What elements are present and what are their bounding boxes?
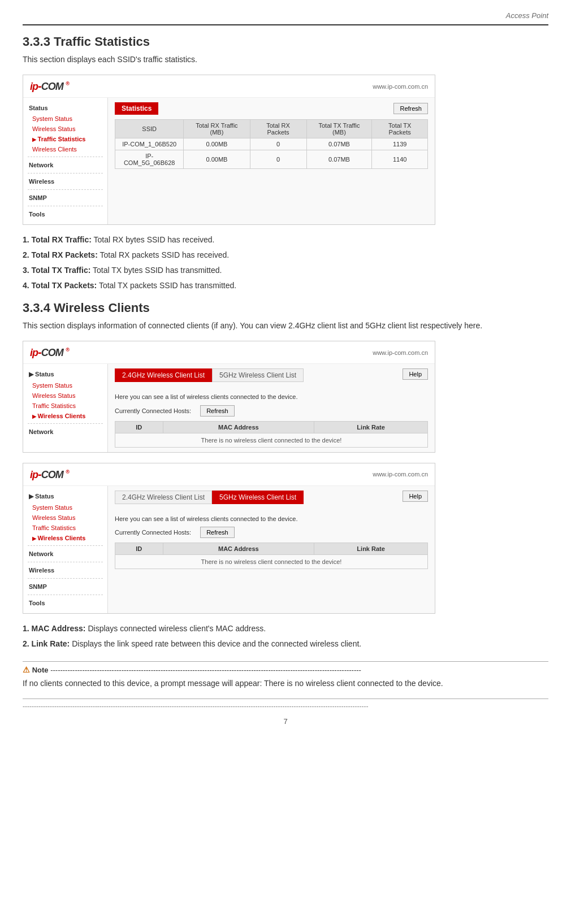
sc3-tab-24ghz[interactable]: 2.4GHz Wireless Client List	[115, 491, 212, 504]
sc2-menu-wireless-clients[interactable]: Wireless Clients	[23, 411, 107, 421]
sc3-tab-bar: 2.4GHz Wireless Client List 5GHz Wireles…	[115, 491, 304, 504]
sc3-body: ▶ Status System Status Wireless Status T…	[23, 486, 435, 613]
sc1-body: Status System Status Wireless Status Tra…	[23, 98, 435, 224]
sc1-logo: ip-COM ®	[30, 80, 69, 93]
sc3-menu-wireless-status[interactable]: Wireless Status	[23, 513, 107, 523]
sc3-sidebar-tools: Tools	[23, 597, 107, 609]
desc1-2: 2. Total RX Packets: Total RX packets SS…	[23, 249, 548, 261]
sc1-row1-rx-packets: 0	[250, 138, 306, 150]
sc3-tab-5ghz[interactable]: 5GHz Wireless Client List	[212, 491, 304, 504]
sc2-connected-hosts-label: Currently Connected Hosts:	[115, 407, 191, 414]
sc2-sidebar-network: Network	[23, 426, 107, 437]
sc3-refresh-button[interactable]: Refresh	[200, 527, 235, 538]
footer-divider: ----------------------------------------…	[23, 699, 548, 712]
sc2-empty-row: There is no wireless client connected to…	[115, 433, 428, 447]
sc1-row1-ssid: IP-COM_1_06B520	[115, 138, 184, 150]
page-number: 7	[23, 717, 548, 726]
sc2-menu-system-status[interactable]: System Status	[23, 380, 107, 391]
sc1-divider3	[28, 189, 103, 190]
sc1-divider4	[28, 206, 103, 206]
footer-dashes: ----------------------------------------…	[23, 701, 548, 712]
sc2-divider1	[28, 423, 103, 424]
sc2-client-table: ID MAC Address Link Rate There is no wir…	[115, 421, 428, 448]
sc1-url: www.ip-com.com.cn	[373, 83, 428, 90]
screenshot1-box: ip-COM ® www.ip-com.com.cn Status System…	[23, 75, 435, 225]
sc3-info-text: Here you can see a list of wireless clie…	[115, 514, 428, 524]
sc1-th-tx-traffic: Total TX Traffic (MB)	[306, 120, 372, 138]
sc1-refresh-button[interactable]: Refresh	[393, 103, 428, 114]
sc1-stats-table: SSID Total RX Traffic (MB) Total RX Pack…	[115, 119, 428, 169]
section1-heading: 3.3.3 Traffic Statistics	[23, 34, 548, 49]
screenshot3-box: ip-COM ® www.ip-com.com.cn ▶ Status Syst…	[23, 463, 435, 614]
sc3-help-button[interactable]: Help	[403, 491, 428, 502]
sc1-sidebar: Status System Status Wireless Status Tra…	[23, 98, 108, 224]
sc2-th-id: ID	[115, 421, 163, 433]
section1-intro: This section displays each SSID's traffi…	[23, 54, 548, 66]
sc3-url: www.ip-com.com.cn	[373, 471, 428, 478]
sc3-sidebar-status: ▶ Status	[23, 491, 107, 502]
sc2-tab-bar: 2.4GHz Wireless Client List 5GHz Wireles…	[115, 368, 304, 382]
sc2-content: 2.4GHz Wireless Client List 5GHz Wireles…	[108, 364, 435, 452]
sc1-content: Statistics Refresh SSID Total RX Traffic…	[108, 98, 435, 224]
sc3-menu-traffic-statistics[interactable]: Traffic Statistics	[23, 523, 107, 533]
sc3-divider3	[28, 578, 103, 579]
sc1-header: ip-COM ® www.ip-com.com.cn	[23, 75, 435, 98]
sc1-menu-system-status[interactable]: System Status	[23, 114, 107, 124]
sc1-th-tx-packets: Total TX Packets	[372, 120, 428, 138]
sc2-connected-hosts: Currently Connected Hosts: Refresh	[115, 405, 428, 417]
table-row: There is no wireless client connected to…	[115, 433, 428, 447]
sc1-statistics-tab[interactable]: Statistics	[115, 102, 158, 115]
sc1-th-ssid: SSID	[115, 120, 184, 138]
sc1-row2-ssid: IP-COM_5G_06B628	[115, 150, 184, 169]
sc1-sidebar-network: Network	[23, 159, 107, 171]
sc3-connected-hosts: Currently Connected Hosts: Refresh	[115, 527, 428, 538]
sc1-row2-tx-traffic: 0.07MB	[306, 150, 372, 169]
sc3-menu-system-status[interactable]: System Status	[23, 502, 107, 513]
sc1-menu-wireless-status[interactable]: Wireless Status	[23, 124, 107, 134]
note-line: ⚠ Note ---------------------------------…	[23, 661, 548, 674]
sc1-table-header-row: SSID Total RX Traffic (MB) Total RX Pack…	[115, 120, 428, 138]
sc1-row1-rx-traffic: 0.00MB	[184, 138, 250, 150]
sc3-content: 2.4GHz Wireless Client List 5GHz Wireles…	[108, 486, 435, 613]
sc3-divider1	[28, 545, 103, 546]
sc2-tab-5ghz[interactable]: 5GHz Wireless Client List	[212, 368, 304, 382]
sc3-menu-wireless-clients[interactable]: Wireless Clients	[23, 533, 107, 543]
sc1-menu-wireless-clients[interactable]: Wireless Clients	[23, 144, 107, 154]
table-row: IP-COM_1_06B520 0.00MB 0 0.07MB 1139	[115, 138, 428, 150]
sc1-menu-traffic-statistics[interactable]: Traffic Statistics	[23, 134, 107, 144]
sc2-help-button[interactable]: Help	[403, 368, 428, 380]
sc2-info-text: Here you can see a list of wireless clie…	[115, 392, 428, 402]
section1-descriptions: 1. Total RX Traffic: Total RX bytes SSID…	[23, 234, 548, 292]
note-icon: ⚠	[23, 665, 30, 674]
sc2-th-mac: MAC Address	[163, 421, 314, 433]
sc1-th-rx-traffic: Total RX Traffic (MB)	[184, 120, 250, 138]
table-row: There is no wireless client connected to…	[115, 555, 428, 569]
sc2-header: ip-COM ® www.ip-com.com.cn	[23, 341, 435, 364]
sc1-divider1	[28, 157, 103, 157]
sc1-sidebar-status: Status	[23, 102, 107, 114]
note-section: ⚠ Note ---------------------------------…	[23, 661, 548, 689]
sc3-th-linkrate: Link Rate	[314, 543, 428, 555]
section2-intro: This section displays information of con…	[23, 320, 548, 332]
sc2-table-header-row: ID MAC Address Link Rate	[115, 421, 428, 433]
sc2-menu-traffic-statistics[interactable]: Traffic Statistics	[23, 401, 107, 411]
desc1-3: 3. Total TX Traffic: Total TX bytes SSID…	[23, 264, 548, 276]
sc2-menu-wireless-status[interactable]: Wireless Status	[23, 391, 107, 401]
sc3-connected-hosts-label: Currently Connected Hosts:	[115, 529, 191, 536]
sc1-row1-tx-traffic: 0.07MB	[306, 138, 372, 150]
note-label: Note	[32, 666, 49, 674]
sc2-tab-24ghz[interactable]: 2.4GHz Wireless Client List	[115, 368, 212, 382]
sc1-row1-tx-packets: 1139	[372, 138, 428, 150]
desc1-1: 1. Total RX Traffic: Total RX bytes SSID…	[23, 234, 548, 246]
sc3-logo: ip-COM ®	[30, 468, 69, 481]
sc3-client-table: ID MAC Address Link Rate There is no wir…	[115, 543, 428, 569]
sc1-sidebar-wireless: Wireless	[23, 176, 107, 187]
sc3-sidebar: ▶ Status System Status Wireless Status T…	[23, 486, 108, 613]
sc2-body: ▶ Status System Status Wireless Status T…	[23, 364, 435, 452]
sc3-divider4	[28, 595, 103, 595]
desc1-4: 4. Total TX Packets: Total TX packets SS…	[23, 280, 548, 292]
sc2-refresh-button[interactable]: Refresh	[200, 405, 235, 417]
section2-descriptions: 1. MAC Address: Displays connected wirel…	[23, 623, 548, 650]
note-dashes: ----------------------------------------…	[50, 666, 361, 674]
sc1-sidebar-snmp: SNMP	[23, 192, 107, 203]
